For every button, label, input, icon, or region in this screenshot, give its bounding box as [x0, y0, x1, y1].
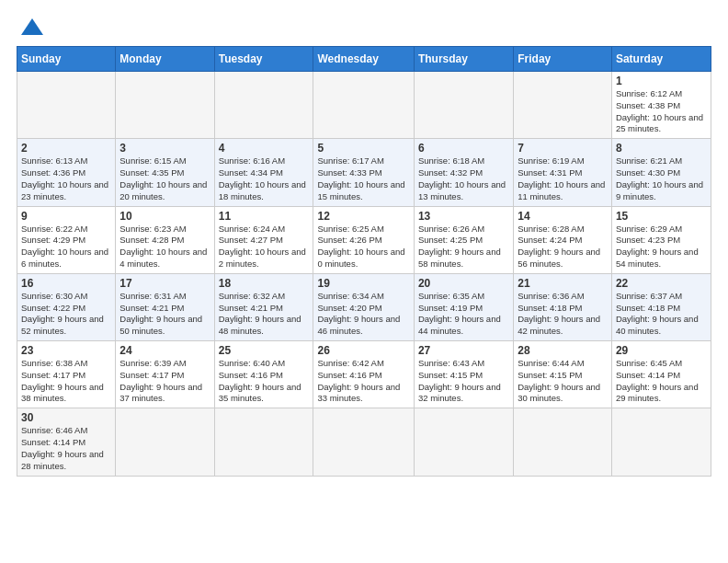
calendar-row-5: 30Sunrise: 6:46 AM Sunset: 4:14 PM Dayli…: [17, 408, 711, 476]
day-number: 30: [21, 411, 111, 424]
calendar-row-2: 9Sunrise: 6:22 AM Sunset: 4:29 PM Daylig…: [17, 206, 711, 273]
calendar-cell-5-0: 30Sunrise: 6:46 AM Sunset: 4:14 PM Dayli…: [17, 408, 116, 476]
day-info: Sunrise: 6:42 AM Sunset: 4:16 PM Dayligh…: [317, 358, 409, 405]
day-info: Sunrise: 6:40 AM Sunset: 4:16 PM Dayligh…: [219, 358, 310, 405]
day-info: Sunrise: 6:35 AM Sunset: 4:19 PM Dayligh…: [418, 291, 509, 338]
calendar-cell-1-6: 8Sunrise: 6:21 AM Sunset: 4:30 PM Daylig…: [611, 139, 711, 206]
calendar-cell-1-1: 3Sunrise: 6:15 AM Sunset: 4:35 PM Daylig…: [116, 139, 214, 206]
day-number: 20: [418, 277, 509, 290]
calendar-cell-2-3: 12Sunrise: 6:25 AM Sunset: 4:26 PM Dayli…: [313, 206, 414, 273]
weekday-header-wednesday: Wednesday: [313, 47, 414, 72]
calendar-cell-1-4: 6Sunrise: 6:18 AM Sunset: 4:32 PM Daylig…: [414, 139, 513, 206]
day-number: 4: [219, 142, 310, 155]
calendar-cell-0-1: [116, 72, 214, 139]
day-number: 26: [317, 344, 409, 357]
day-info: Sunrise: 6:38 AM Sunset: 4:17 PM Dayligh…: [21, 358, 111, 405]
calendar-cell-3-5: 21Sunrise: 6:36 AM Sunset: 4:18 PM Dayli…: [514, 273, 612, 340]
calendar-cell-0-5: [514, 72, 612, 139]
day-number: 18: [219, 277, 310, 290]
day-info: Sunrise: 6:32 AM Sunset: 4:21 PM Dayligh…: [219, 291, 310, 338]
day-info: Sunrise: 6:22 AM Sunset: 4:29 PM Dayligh…: [21, 224, 111, 270]
day-number: 8: [616, 142, 707, 155]
day-info: Sunrise: 6:26 AM Sunset: 4:25 PM Dayligh…: [418, 224, 509, 270]
day-number: 25: [219, 344, 310, 357]
day-number: 12: [317, 210, 409, 223]
weekday-header-friday: Friday: [514, 47, 612, 72]
day-number: 17: [119, 277, 210, 290]
calendar-cell-4-4: 27Sunrise: 6:43 AM Sunset: 4:15 PM Dayli…: [414, 341, 513, 408]
day-info: Sunrise: 6:34 AM Sunset: 4:20 PM Dayligh…: [317, 291, 409, 338]
calendar-row-3: 16Sunrise: 6:30 AM Sunset: 4:22 PM Dayli…: [17, 273, 711, 340]
day-number: 29: [616, 344, 707, 357]
calendar-table: SundayMondayTuesdayWednesdayThursdayFrid…: [17, 46, 711, 477]
day-number: 13: [418, 210, 509, 223]
calendar-cell-0-4: [414, 72, 513, 139]
calendar-cell-1-2: 4Sunrise: 6:16 AM Sunset: 4:34 PM Daylig…: [214, 139, 313, 206]
weekday-header-saturday: Saturday: [611, 47, 711, 72]
calendar-cell-4-3: 26Sunrise: 6:42 AM Sunset: 4:16 PM Dayli…: [313, 341, 414, 408]
calendar-cell-2-0: 9Sunrise: 6:22 AM Sunset: 4:29 PM Daylig…: [17, 206, 116, 273]
day-number: 14: [518, 210, 608, 223]
day-info: Sunrise: 6:25 AM Sunset: 4:26 PM Dayligh…: [317, 224, 409, 270]
calendar-cell-1-3: 5Sunrise: 6:17 AM Sunset: 4:33 PM Daylig…: [313, 139, 414, 206]
day-number: 7: [518, 142, 608, 155]
day-info: Sunrise: 6:23 AM Sunset: 4:28 PM Dayligh…: [119, 224, 210, 270]
day-number: 10: [119, 210, 210, 223]
calendar-cell-3-6: 22Sunrise: 6:37 AM Sunset: 4:18 PM Dayli…: [611, 273, 711, 340]
day-info: Sunrise: 6:39 AM Sunset: 4:17 PM Dayligh…: [119, 358, 210, 405]
day-number: 6: [418, 142, 509, 155]
header: [17, 17, 711, 37]
day-number: 21: [518, 277, 608, 290]
day-info: Sunrise: 6:37 AM Sunset: 4:18 PM Dayligh…: [616, 291, 707, 338]
calendar-cell-0-2: [214, 72, 313, 139]
day-number: 28: [518, 344, 608, 357]
day-info: Sunrise: 6:29 AM Sunset: 4:23 PM Dayligh…: [616, 224, 707, 270]
day-number: 9: [21, 210, 111, 223]
calendar-cell-4-2: 25Sunrise: 6:40 AM Sunset: 4:16 PM Dayli…: [214, 341, 313, 408]
calendar-cell-3-4: 20Sunrise: 6:35 AM Sunset: 4:19 PM Dayli…: [414, 273, 513, 340]
page: SundayMondayTuesdayWednesdayThursdayFrid…: [0, 0, 728, 488]
calendar-cell-5-3: [313, 408, 414, 476]
weekday-header-sunday: Sunday: [17, 47, 116, 72]
day-info: Sunrise: 6:43 AM Sunset: 4:15 PM Dayligh…: [418, 358, 509, 405]
day-info: Sunrise: 6:19 AM Sunset: 4:31 PM Dayligh…: [518, 155, 608, 202]
calendar-cell-3-2: 18Sunrise: 6:32 AM Sunset: 4:21 PM Dayli…: [214, 273, 313, 340]
day-info: Sunrise: 6:24 AM Sunset: 4:27 PM Dayligh…: [219, 224, 310, 270]
weekday-header-row: SundayMondayTuesdayWednesdayThursdayFrid…: [17, 47, 711, 72]
calendar-cell-1-5: 7Sunrise: 6:19 AM Sunset: 4:31 PM Daylig…: [514, 139, 612, 206]
calendar-row-4: 23Sunrise: 6:38 AM Sunset: 4:17 PM Dayli…: [17, 341, 711, 408]
day-number: 2: [21, 142, 111, 155]
day-info: Sunrise: 6:13 AM Sunset: 4:36 PM Dayligh…: [21, 155, 111, 202]
logo: [17, 17, 45, 37]
calendar-cell-0-3: [313, 72, 414, 139]
day-info: Sunrise: 6:44 AM Sunset: 4:15 PM Dayligh…: [518, 358, 608, 405]
calendar-row-1: 2Sunrise: 6:13 AM Sunset: 4:36 PM Daylig…: [17, 139, 711, 206]
calendar-cell-0-6: 1Sunrise: 6:12 AM Sunset: 4:38 PM Daylig…: [611, 72, 711, 139]
day-info: Sunrise: 6:30 AM Sunset: 4:22 PM Dayligh…: [21, 291, 111, 338]
day-info: Sunrise: 6:28 AM Sunset: 4:24 PM Dayligh…: [518, 224, 608, 270]
day-number: 15: [616, 210, 707, 223]
day-number: 23: [21, 344, 111, 357]
calendar-cell-5-5: [514, 408, 612, 476]
day-number: 11: [219, 210, 310, 223]
logo-icon: [19, 17, 45, 37]
calendar-cell-5-4: [414, 408, 513, 476]
weekday-header-thursday: Thursday: [414, 47, 513, 72]
calendar-cell-3-3: 19Sunrise: 6:34 AM Sunset: 4:20 PM Dayli…: [313, 273, 414, 340]
calendar-cell-1-0: 2Sunrise: 6:13 AM Sunset: 4:36 PM Daylig…: [17, 139, 116, 206]
day-info: Sunrise: 6:45 AM Sunset: 4:14 PM Dayligh…: [616, 358, 707, 405]
weekday-header-tuesday: Tuesday: [214, 47, 313, 72]
day-info: Sunrise: 6:36 AM Sunset: 4:18 PM Dayligh…: [518, 291, 608, 338]
day-info: Sunrise: 6:46 AM Sunset: 4:14 PM Dayligh…: [21, 425, 111, 472]
day-number: 27: [418, 344, 509, 357]
calendar-cell-3-1: 17Sunrise: 6:31 AM Sunset: 4:21 PM Dayli…: [116, 273, 214, 340]
day-info: Sunrise: 6:15 AM Sunset: 4:35 PM Dayligh…: [119, 155, 210, 202]
calendar-cell-2-4: 13Sunrise: 6:26 AM Sunset: 4:25 PM Dayli…: [414, 206, 513, 273]
day-info: Sunrise: 6:21 AM Sunset: 4:30 PM Dayligh…: [616, 155, 707, 202]
day-info: Sunrise: 6:12 AM Sunset: 4:38 PM Dayligh…: [616, 88, 707, 135]
calendar-cell-2-6: 15Sunrise: 6:29 AM Sunset: 4:23 PM Dayli…: [611, 206, 711, 273]
day-number: 22: [616, 277, 707, 290]
day-number: 24: [119, 344, 210, 357]
calendar-cell-2-1: 10Sunrise: 6:23 AM Sunset: 4:28 PM Dayli…: [116, 206, 214, 273]
calendar-cell-2-5: 14Sunrise: 6:28 AM Sunset: 4:24 PM Dayli…: [514, 206, 612, 273]
